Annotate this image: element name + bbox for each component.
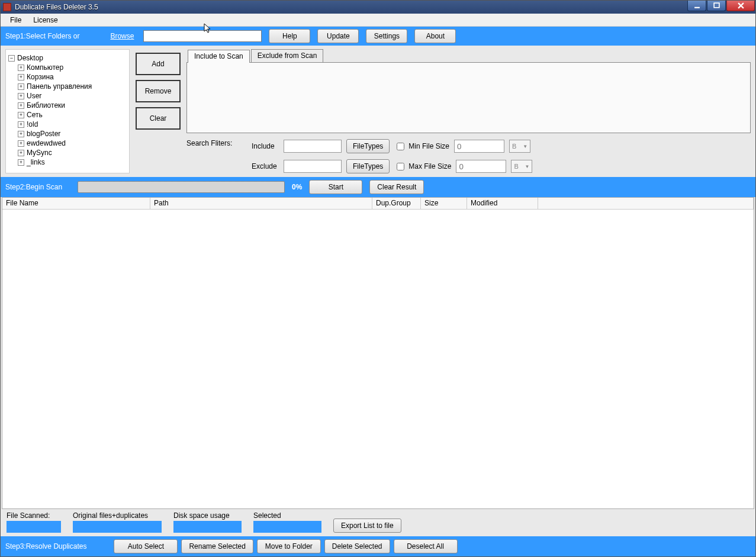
step1-body: − Desktop +Компьютер+Корзина+Панель упра… bbox=[1, 46, 755, 177]
expand-icon[interactable]: + bbox=[18, 93, 24, 99]
menu-license[interactable]: License bbox=[27, 14, 63, 26]
scan-config: Include to Scan Exclude from Scan Search… bbox=[186, 49, 751, 173]
stat-scanned-bar bbox=[7, 521, 61, 533]
expand-icon[interactable]: + bbox=[18, 74, 24, 81]
expand-icon[interactable]: + bbox=[18, 121, 24, 128]
settings-button[interactable]: Settings bbox=[366, 29, 407, 43]
collapse-icon[interactable]: − bbox=[8, 55, 15, 62]
col-spacer bbox=[538, 198, 754, 209]
progress-percent: 0% bbox=[292, 183, 302, 191]
stat-disk: Disk space usage bbox=[173, 511, 242, 533]
step1-bar: Step1:Select Folders or Browse Help Upda… bbox=[1, 27, 755, 46]
min-unit-select[interactable]: B ▼ bbox=[509, 140, 530, 153]
max-unit-value: B bbox=[514, 163, 518, 170]
step3-bar: Step3:Resolve Duplicates Auto Select Ren… bbox=[1, 536, 755, 556]
max-unit-select[interactable]: B ▼ bbox=[511, 160, 532, 173]
folder-tree[interactable]: − Desktop +Компьютер+Корзина+Панель упра… bbox=[5, 49, 130, 173]
window-title: Dublicate Files Deleter 3.5 bbox=[15, 3, 687, 11]
app-window: Dublicate Files Deleter 3.5 File License… bbox=[0, 0, 756, 557]
stat-original: Original files+duplicates bbox=[73, 511, 162, 533]
tree-item[interactable]: +User bbox=[18, 91, 127, 101]
max-filesize-input[interactable] bbox=[456, 160, 506, 173]
col-filename[interactable]: File Name bbox=[2, 198, 150, 209]
start-button[interactable]: Start bbox=[309, 180, 362, 194]
auto-select-button[interactable]: Auto Select bbox=[114, 539, 178, 553]
tree-item-label: !old bbox=[27, 120, 38, 129]
delete-selected-button[interactable]: Delete Selected bbox=[324, 539, 390, 553]
tree-item[interactable]: +blogPoster bbox=[18, 129, 127, 139]
expand-icon[interactable]: + bbox=[18, 131, 24, 137]
include-filetypes-button[interactable]: FileTypes bbox=[346, 139, 390, 153]
help-button[interactable]: Help bbox=[269, 29, 310, 43]
folder-action-buttons: Add Remove Clear bbox=[136, 49, 181, 173]
col-modified[interactable]: Modified bbox=[467, 198, 538, 209]
tree-item[interactable]: +ewdewdwed bbox=[18, 139, 127, 148]
tree-item[interactable]: +!old bbox=[18, 120, 127, 129]
deselect-all-button[interactable]: Deselect All bbox=[394, 539, 458, 553]
browse-link[interactable]: Browse bbox=[110, 32, 134, 40]
tree-item[interactable]: +Сеть bbox=[18, 110, 127, 120]
title-bar: Dublicate Files Deleter 3.5 bbox=[1, 1, 755, 14]
maximize-button[interactable] bbox=[707, 1, 726, 11]
update-button[interactable]: Update bbox=[317, 29, 359, 43]
col-group[interactable]: Dup.Group bbox=[372, 198, 421, 209]
tree-item[interactable]: +Компьютер bbox=[18, 63, 127, 72]
max-filesize-check[interactable] bbox=[397, 163, 404, 170]
col-size[interactable]: Size bbox=[421, 198, 467, 209]
stat-scanned-label: File Scanned: bbox=[7, 511, 61, 520]
svg-rect-1 bbox=[714, 3, 719, 8]
expand-icon[interactable]: + bbox=[18, 159, 24, 166]
clear-result-button[interactable]: Clear Result bbox=[369, 180, 424, 194]
tree-item-label: Библиотеки bbox=[27, 101, 65, 110]
rename-selected-button[interactable]: Rename Selected bbox=[181, 539, 253, 553]
tree-item[interactable]: +Библиотеки bbox=[18, 101, 127, 110]
chevron-down-icon: ▼ bbox=[523, 144, 527, 149]
stat-original-bar bbox=[73, 521, 162, 533]
min-filesize-check[interactable] bbox=[397, 143, 404, 150]
expand-icon[interactable]: + bbox=[18, 140, 24, 147]
minimize-button[interactable] bbox=[687, 1, 706, 11]
close-button[interactable] bbox=[726, 1, 755, 11]
menu-bar: File License bbox=[1, 14, 755, 27]
tab-exclude-from-scan[interactable]: Exclude from Scan bbox=[251, 49, 324, 62]
tab-body bbox=[186, 62, 751, 133]
stat-selected-bar bbox=[253, 521, 321, 533]
tree-item[interactable]: +Корзина bbox=[18, 72, 127, 82]
remove-button[interactable]: Remove bbox=[136, 80, 181, 102]
tree-item-label: User bbox=[27, 91, 41, 101]
exclude-filetypes-button[interactable]: FileTypes bbox=[346, 159, 390, 173]
tree-item[interactable]: +_links bbox=[18, 157, 127, 167]
window-controls bbox=[687, 1, 755, 14]
expand-icon[interactable]: + bbox=[18, 83, 24, 90]
tab-include-to-scan[interactable]: Include to Scan bbox=[188, 50, 250, 63]
results-table[interactable]: File Name Path Dup.Group Size Modified bbox=[2, 197, 754, 509]
tree-item-label: blogPoster bbox=[27, 129, 60, 139]
tree-item-label: MySync bbox=[27, 148, 52, 157]
stat-scanned: File Scanned: bbox=[7, 511, 61, 533]
move-to-folder-button[interactable]: Move to Folder bbox=[257, 539, 321, 553]
progress-bar bbox=[78, 181, 285, 193]
col-path[interactable]: Path bbox=[150, 198, 372, 209]
tree-item[interactable]: +Панель управления bbox=[18, 82, 127, 91]
tree-item-label: ewdewdwed bbox=[27, 139, 66, 148]
include-input[interactable] bbox=[284, 140, 342, 153]
export-button[interactable]: Export List to file bbox=[333, 519, 401, 533]
results-header: File Name Path Dup.Group Size Modified bbox=[2, 198, 754, 210]
path-input[interactable] bbox=[143, 30, 262, 42]
expand-icon[interactable]: + bbox=[18, 65, 24, 71]
menu-file[interactable]: File bbox=[4, 14, 27, 26]
expand-icon[interactable]: + bbox=[18, 112, 24, 118]
expand-icon[interactable]: + bbox=[18, 102, 24, 109]
tree-item[interactable]: +MySync bbox=[18, 148, 127, 157]
max-filesize-label: Max File Size bbox=[408, 162, 451, 170]
clear-button[interactable]: Clear bbox=[136, 107, 181, 130]
add-button[interactable]: Add bbox=[136, 53, 181, 75]
exclude-input[interactable] bbox=[284, 160, 342, 173]
tree-item-label: Корзина bbox=[27, 72, 54, 82]
about-button[interactable]: About bbox=[414, 29, 456, 43]
min-filesize-input[interactable] bbox=[454, 140, 504, 153]
max-filesize-checkbox[interactable]: Max File Size bbox=[394, 161, 451, 172]
tree-root[interactable]: − Desktop bbox=[8, 53, 127, 63]
min-filesize-checkbox[interactable]: Min File Size bbox=[394, 141, 449, 152]
expand-icon[interactable]: + bbox=[18, 150, 24, 156]
